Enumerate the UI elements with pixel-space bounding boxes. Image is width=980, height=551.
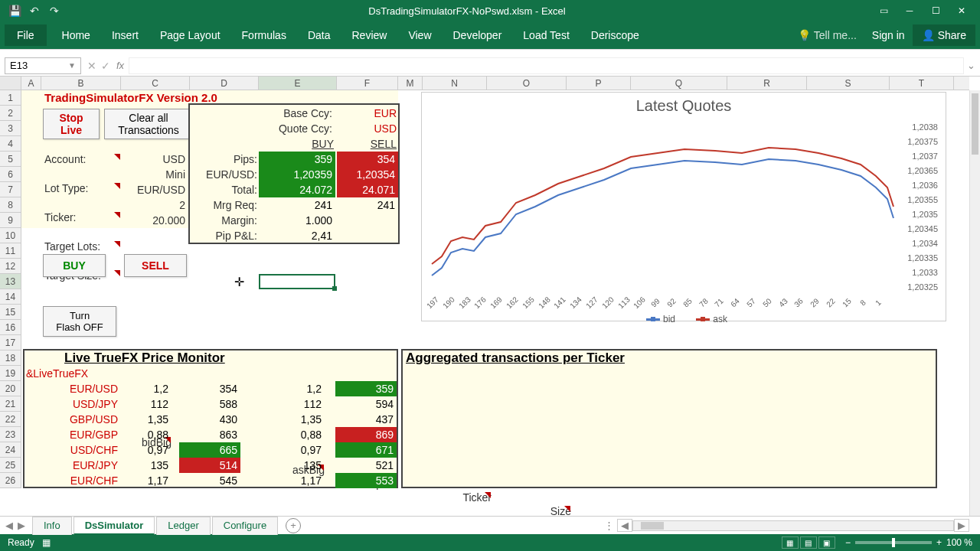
quote-buy-value: 1,20359	[259, 167, 335, 182]
sheet-tab-ledger[interactable]: Ledger	[156, 517, 210, 535]
zoom-control[interactable]: −+ 100 %	[845, 537, 972, 548]
row-header[interactable]: 15	[0, 305, 21, 320]
col-header[interactable]: P	[567, 77, 631, 90]
enter-icon[interactable]: ✓	[101, 60, 110, 72]
col-header[interactable]: F	[337, 77, 398, 90]
vscrollbar[interactable]	[969, 90, 980, 516]
sheet-tab-info[interactable]: Info	[32, 517, 72, 535]
stop-live-button[interactable]: StopLive	[43, 109, 100, 139]
field-value: EUR/USD	[121, 184, 188, 197]
col-header[interactable]: N	[423, 77, 487, 90]
select-all-corner[interactable]	[0, 77, 21, 90]
maximize-icon[interactable]: ☐	[923, 2, 948, 19]
ask-pips: 671	[335, 442, 397, 458]
row-header[interactable]: 20	[0, 381, 21, 396]
sheet-tabbar: ◀ ▶ InfoDsSimulatorLedgerConfigure + ⋮ ◀…	[0, 516, 980, 534]
row-header[interactable]: 6	[0, 167, 21, 182]
row-header[interactable]: 26	[0, 473, 21, 488]
bid-pips: 588	[179, 396, 240, 412]
fx-icon[interactable]: fx	[116, 60, 124, 71]
quote-row-label: Mrg Req:	[190, 199, 257, 213]
row-header[interactable]: 19	[0, 366, 21, 381]
row-header[interactable]: 1	[0, 90, 21, 106]
row-header[interactable]: 24	[0, 442, 21, 458]
col-header[interactable]: O	[487, 77, 567, 90]
row-header[interactable]: 11	[0, 243, 21, 259]
col-header[interactable]: M	[398, 77, 423, 90]
row-header[interactable]: 5	[0, 152, 21, 167]
sheet-tab-configure[interactable]: Configure	[212, 517, 278, 535]
col-header[interactable]: S	[807, 77, 890, 90]
sell-button[interactable]: SELL	[124, 254, 187, 277]
share-button[interactable]: 👤 Share	[913, 24, 975, 46]
buy-button[interactable]: BUY	[43, 254, 106, 277]
row-header[interactable]: 9	[0, 213, 21, 228]
redo-icon[interactable]: ↷	[46, 2, 63, 19]
row-header[interactable]: 25	[0, 458, 21, 473]
formula-bar[interactable]	[129, 57, 964, 74]
minimize-icon[interactable]: ─	[897, 2, 922, 19]
save-icon[interactable]: 💾	[6, 2, 23, 19]
row-header[interactable]: 23	[0, 427, 21, 442]
col-header[interactable]: C	[121, 77, 190, 90]
undo-icon[interactable]: ↶	[26, 2, 43, 19]
col-header[interactable]: B	[41, 77, 121, 90]
ribbon-tab-formulas[interactable]: Formulas	[231, 24, 297, 46]
col-header[interactable]: R	[727, 77, 807, 90]
row-header[interactable]: 4	[0, 136, 21, 152]
view-buttons[interactable]: ▦▤▣	[781, 536, 836, 549]
ribbon-tab-deriscope[interactable]: Deriscope	[580, 24, 650, 46]
col-header[interactable]: Q	[631, 77, 727, 90]
ribbon-tab-review[interactable]: Review	[341, 24, 398, 46]
name-box[interactable]: E13▼	[5, 57, 81, 74]
row-header[interactable]: 13	[0, 274, 21, 289]
quote-buy-value: 241	[259, 197, 335, 213]
ask-pips: 869	[335, 427, 397, 442]
row-header[interactable]: 7	[0, 182, 21, 197]
ribbon-tab-insert[interactable]: Insert	[101, 24, 149, 46]
ribbon-tab-view[interactable]: View	[397, 24, 442, 46]
col-header[interactable]: D	[190, 77, 259, 90]
macros-icon[interactable]: ▦	[42, 537, 51, 548]
bid-big: 1,35	[110, 412, 172, 427]
ribbon-tab-data[interactable]: Data	[297, 24, 341, 46]
row-header[interactable]: 3	[0, 121, 21, 136]
cancel-icon[interactable]: ✕	[87, 60, 96, 72]
sheet-tab-dssimulator[interactable]: DsSimulator	[74, 517, 155, 535]
row-header[interactable]: 14	[0, 289, 21, 305]
row-header[interactable]: 10	[0, 228, 21, 243]
flash-toggle-button[interactable]: TurnFlash OFF	[43, 306, 116, 337]
row-header[interactable]: 16	[0, 320, 21, 335]
hscrollbar[interactable]: ⋮ ◀ ▶	[301, 519, 977, 532]
clear-transactions-button[interactable]: Clear allTransactions	[104, 109, 193, 139]
row-header[interactable]: 17	[0, 335, 21, 350]
file-tab[interactable]: File	[5, 24, 47, 46]
tab-nav-left-icon[interactable]: ◀	[3, 520, 15, 531]
ribbon-tab-load-test[interactable]: Load Test	[512, 24, 580, 46]
expand-fbar-icon[interactable]: ⌄	[967, 60, 975, 71]
ticker-name: GBP/USD	[26, 413, 118, 427]
signin[interactable]: Sign in	[864, 24, 913, 46]
row-header[interactable]: 21	[0, 396, 21, 412]
quote-buy-value: 1.000	[259, 213, 335, 228]
ribbon-tab-page-layout[interactable]: Page Layout	[149, 24, 231, 46]
bid-pips: 514	[179, 458, 240, 473]
ribbon-tab-home[interactable]: Home	[51, 24, 101, 46]
new-sheet-button[interactable]: +	[286, 518, 301, 533]
col-header[interactable]: E	[259, 77, 337, 90]
sheet-area[interactable]: ABCDEFMNOPQRST 1234567891011121314151617…	[0, 77, 980, 516]
tab-nav-right-icon[interactable]: ▶	[15, 520, 28, 531]
row-header[interactable]: 2	[0, 106, 21, 121]
tellme[interactable]: 💡 Tell me...	[790, 24, 864, 46]
row-header[interactable]: 18	[0, 350, 21, 366]
ribbon-opts-icon[interactable]: ▭	[871, 2, 896, 19]
row-header[interactable]: 8	[0, 197, 21, 213]
close-icon[interactable]: ✕	[949, 2, 974, 19]
col-header[interactable]: A	[21, 77, 41, 90]
row-header[interactable]: 12	[0, 259, 21, 274]
ask-big: 0,88	[263, 427, 325, 442]
ribbon-tab-developer[interactable]: Developer	[443, 24, 513, 46]
row-header[interactable]: 22	[0, 412, 21, 427]
bid-pips: 430	[179, 412, 240, 427]
col-header[interactable]: T	[890, 77, 954, 90]
